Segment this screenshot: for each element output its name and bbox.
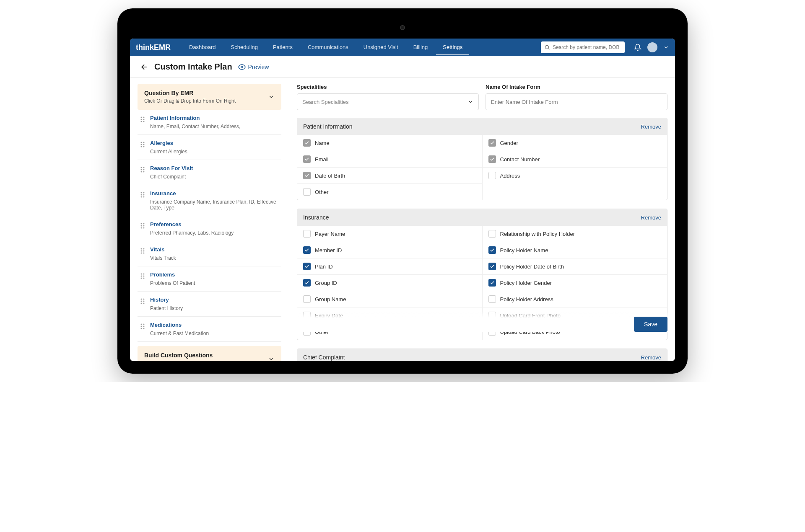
preview-button[interactable]: Preview (238, 63, 269, 71)
drag-item[interactable]: MedicationsCurrent & Past Medication (138, 317, 281, 342)
svg-point-42 (141, 276, 142, 277)
checkbox[interactable] (488, 172, 496, 179)
bell-icon[interactable] (634, 44, 641, 51)
svg-point-11 (143, 142, 145, 143)
section-title: Patient Information (303, 123, 353, 130)
drag-item-sub: Patient History (150, 305, 183, 311)
drag-handle-icon[interactable] (140, 248, 145, 254)
nav-item-communications[interactable]: Communications (301, 40, 355, 55)
drag-item[interactable]: ProblemsProblems Of Patient (138, 266, 281, 292)
drag-handle-icon[interactable] (140, 166, 145, 173)
drag-handle-icon[interactable] (140, 298, 145, 305)
remove-link[interactable]: Remove (641, 354, 661, 361)
svg-point-25 (143, 194, 145, 196)
nav-item-billing[interactable]: Billing (407, 40, 435, 55)
specialities-select[interactable]: Search Specialities (297, 93, 479, 110)
top-bar: thinkEMR DashboardSchedulingPatientsComm… (130, 39, 675, 56)
emr-panel-header[interactable]: Question By EMR Click Or Drag & Drop Int… (138, 84, 281, 110)
drag-item-title: Insurance (150, 190, 279, 196)
drag-handle-icon[interactable] (140, 273, 145, 279)
checkbox[interactable] (303, 188, 311, 196)
search-box[interactable] (541, 41, 625, 53)
checkbox[interactable] (488, 139, 496, 147)
form-section: Patient InformationRemoveNameEmailDate o… (297, 118, 667, 200)
svg-point-53 (143, 324, 145, 325)
checkbox[interactable] (303, 246, 311, 254)
drag-item[interactable]: AllergiesCurrent Allergies (138, 135, 281, 160)
check-label: Plan ID (315, 263, 333, 270)
checkbox[interactable] (488, 155, 496, 163)
checkbox[interactable] (303, 139, 311, 147)
drag-item[interactable]: VitalsVitals Track (138, 241, 281, 266)
svg-point-16 (141, 167, 142, 168)
check-row: Name (297, 135, 482, 151)
nav-item-settings[interactable]: Settings (436, 40, 469, 55)
drag-item[interactable]: PreferencesPreferred Pharmacy, Labs, Rad… (138, 216, 281, 241)
drag-handle-icon[interactable] (140, 116, 145, 123)
svg-point-22 (141, 192, 142, 194)
svg-point-9 (143, 121, 145, 122)
checkbox[interactable] (488, 263, 496, 270)
chevron-down-icon[interactable] (663, 44, 669, 50)
check-row: Group Name (297, 291, 482, 307)
svg-point-52 (141, 324, 142, 325)
svg-point-55 (143, 326, 145, 327)
checkbox[interactable] (303, 155, 311, 163)
check-row: Gender (483, 135, 667, 151)
svg-point-32 (141, 227, 142, 229)
svg-point-46 (141, 299, 142, 300)
svg-point-0 (545, 45, 548, 49)
chevron-down-icon (268, 93, 275, 100)
section-header: Chief ComplaintRemove (297, 349, 667, 361)
check-label: Member ID (315, 247, 342, 253)
intake-name-input[interactable] (491, 99, 662, 105)
drag-handle-icon[interactable] (140, 323, 145, 330)
drag-item[interactable]: HistoryPatient History (138, 292, 281, 317)
main-nav: DashboardSchedulingPatientsCommunication… (182, 40, 469, 55)
drag-item-sub: Current Allergies (150, 149, 187, 155)
check-row: Date of Birth (297, 168, 482, 184)
sub-header: Custom Intake Plan Preview (130, 56, 675, 78)
svg-point-35 (143, 248, 145, 250)
nav-item-unsigned-visit[interactable]: Unsigned Visit (357, 40, 405, 55)
nav-item-patients[interactable]: Patients (266, 40, 299, 55)
svg-point-34 (141, 248, 142, 250)
drag-item[interactable]: InsuranceInsurance Company Name, Insuran… (138, 185, 281, 216)
drag-item[interactable]: Reason For VisitChief Complaint (138, 160, 281, 185)
checkbox[interactable] (488, 246, 496, 254)
check-row: Contact Number (483, 151, 667, 168)
checkbox[interactable] (303, 230, 311, 238)
check-row: Payer Name (297, 226, 482, 242)
svg-point-50 (141, 303, 142, 304)
check-label: Address (500, 173, 520, 179)
drag-item-title: History (150, 297, 183, 303)
specialities-label: Specialities (297, 84, 479, 90)
check-label: Policy Holder Gender (500, 280, 552, 286)
check-label: Date of Birth (315, 173, 345, 179)
nav-item-scheduling[interactable]: Scheduling (224, 40, 265, 55)
svg-point-49 (143, 301, 145, 302)
checkbox[interactable] (303, 279, 311, 287)
checkbox[interactable] (488, 279, 496, 287)
drag-handle-icon[interactable] (140, 141, 145, 148)
avatar[interactable] (647, 42, 657, 52)
remove-link[interactable]: Remove (641, 124, 661, 130)
drag-item[interactable]: Patient InformationName, Email, Contact … (138, 110, 281, 135)
search-input[interactable] (553, 44, 621, 50)
save-button[interactable]: Save (634, 317, 667, 332)
checkbox[interactable] (303, 295, 311, 303)
checkbox[interactable] (303, 172, 311, 179)
back-arrow-icon[interactable] (140, 63, 148, 71)
remove-link[interactable]: Remove (641, 214, 661, 221)
svg-point-56 (141, 328, 142, 329)
nav-item-dashboard[interactable]: Dashboard (182, 40, 223, 55)
checkbox[interactable] (488, 230, 496, 238)
svg-point-27 (143, 196, 145, 198)
checkbox[interactable] (488, 295, 496, 303)
drag-handle-icon[interactable] (140, 191, 145, 198)
svg-point-45 (143, 278, 145, 279)
svg-point-6 (141, 119, 142, 120)
drag-handle-icon[interactable] (140, 222, 145, 229)
custom-panel-header[interactable]: Build Custom Questions Click Or Drag & D… (138, 346, 281, 361)
checkbox[interactable] (303, 263, 311, 270)
